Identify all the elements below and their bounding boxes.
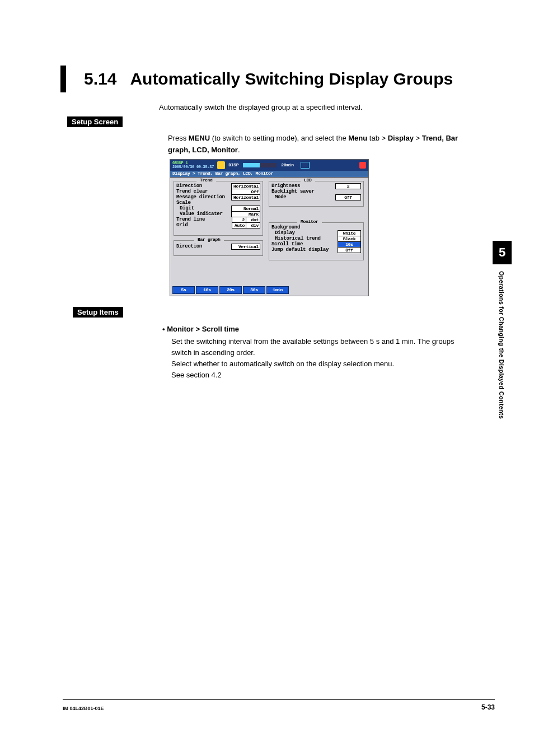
- setup-items-label: Setup Items: [73, 307, 123, 318]
- heading-bar-icon: [60, 66, 66, 92]
- chapter-side-tab: 5 Operations for Changing the Displayed …: [493, 241, 512, 419]
- bargraph-direction-val[interactable]: Vertical: [231, 244, 260, 250]
- setup-screen-label: Setup Screen: [67, 116, 123, 127]
- grid-val2: div: [246, 222, 260, 228]
- section-heading: 5.14 Automatically Switching Display Gro…: [60, 66, 478, 92]
- device-screenshot: GROUP 1 2005/09/30 09:35:37 DISP 20min D…: [170, 159, 369, 296]
- mode-label: Mode: [271, 195, 286, 200]
- footer-divider: [63, 699, 495, 700]
- alarm-icon: [217, 161, 225, 169]
- softkey-10s[interactable]: 10s: [196, 286, 218, 294]
- display-menu: Display: [388, 134, 414, 142]
- msg-dir-val[interactable]: Horizontal: [231, 194, 260, 200]
- chapter-side-title: Operations for Changing the Displayed Co…: [493, 264, 505, 419]
- setup-screen-instruction: Press MENU (to switch to setting mode), …: [168, 133, 472, 156]
- bargraph-legend: Bar graph: [194, 237, 224, 242]
- grid-label: Grid: [176, 223, 188, 228]
- softkey-20s[interactable]: 20s: [219, 286, 242, 294]
- grid-val1[interactable]: Auto: [232, 222, 246, 228]
- lcd-legend: LCD: [301, 178, 315, 183]
- camera-icon: [301, 162, 310, 169]
- section-title: Automatically Switching Display Groups: [130, 69, 453, 88]
- trend-legend: Trend: [196, 178, 216, 183]
- section-number: 5.14: [84, 69, 116, 88]
- speaker-icon: [359, 162, 366, 169]
- softkey-30s[interactable]: 30s: [243, 286, 265, 294]
- interval-badge: 20min: [281, 163, 294, 168]
- footer-doc-id: IM 04L42B01-01E: [63, 706, 104, 711]
- monitor-scroll-time-heading: • Monitor > Scroll time: [162, 325, 239, 333]
- menu-tab: Menu: [348, 134, 367, 142]
- intro-text: Automatically switch the displayed group…: [159, 103, 362, 111]
- bargraph-direction-label: Direction: [176, 244, 202, 250]
- softkey-1min[interactable]: 1min: [266, 286, 289, 294]
- monitor-legend: Monitor: [297, 220, 322, 225]
- device-timestamp: 2005/09/30 09:35:37: [172, 165, 214, 169]
- disp-mode-label: DISP: [228, 163, 238, 168]
- monitor-scroll-time-body: Set the switching interval from the avai…: [171, 336, 472, 381]
- device-breadcrumb: Display > Trend, Bar graph, LCD, Monitor: [170, 171, 368, 178]
- footer-page-number: 5-33: [481, 703, 495, 711]
- chapter-number-badge: 5: [493, 241, 512, 264]
- progress-bar: [243, 163, 277, 167]
- mode-val[interactable]: Off: [335, 194, 361, 200]
- brightness-val[interactable]: 2: [335, 183, 361, 189]
- softkey-row: 5s 10s 20s 30s 1min: [172, 286, 289, 294]
- menu-key: MENU: [189, 134, 210, 142]
- jump-val[interactable]: Off: [338, 247, 361, 253]
- device-titlebar: GROUP 1 2005/09/30 09:35:37 DISP 20min: [170, 160, 368, 171]
- jump-label: Jump default display: [271, 248, 329, 253]
- softkey-5s[interactable]: 5s: [172, 286, 195, 294]
